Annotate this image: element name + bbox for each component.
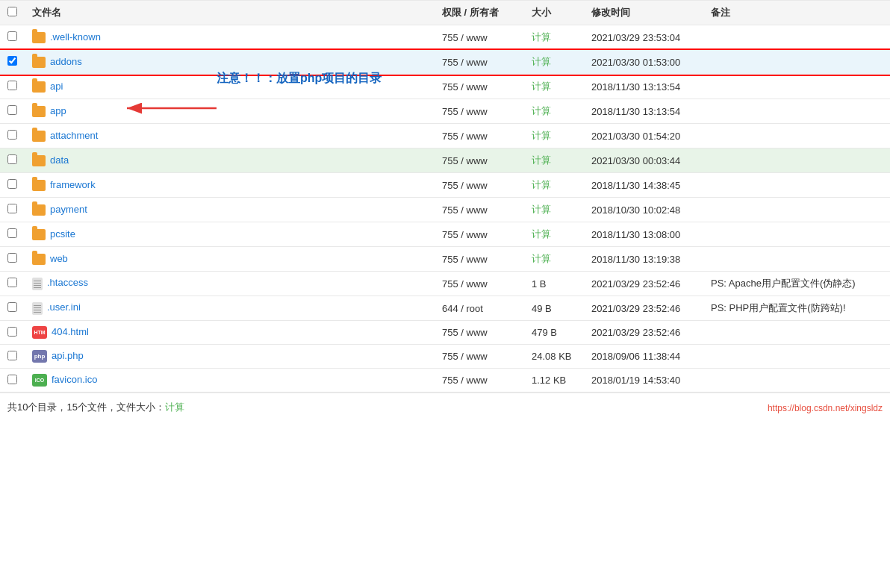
calc-link[interactable]: 计算 (532, 204, 551, 215)
php-icon: php (32, 350, 47, 363)
row-checkbox-cell (0, 25, 25, 50)
header-note: 备注 (703, 1, 890, 25)
header-size: 大小 (524, 1, 584, 25)
calc-link[interactable]: 计算 (532, 130, 551, 141)
calc-link[interactable]: 计算 (532, 228, 551, 240)
row-size-cell: 1.12 KB (524, 369, 584, 392)
row-checkbox[interactable] (7, 31, 17, 41)
csdn-link-text: https://blog.csdn.net/xingsldz (768, 403, 883, 413)
row-name-cell: payment (25, 198, 435, 222)
row-checkbox[interactable] (7, 278, 17, 287)
row-checkbox[interactable] (7, 375, 17, 384)
row-checkbox[interactable] (7, 302, 17, 312)
row-checkbox-cell (0, 369, 25, 392)
folder-icon (32, 131, 46, 142)
row-perm-cell: 755 / www (435, 321, 524, 345)
row-name-cell: app (25, 99, 435, 124)
row-time-cell: 2018/01/19 14:53:40 (584, 369, 703, 392)
row-checkbox-cell (0, 173, 25, 198)
calc-link[interactable]: 计算 (532, 253, 551, 264)
file-name-link[interactable]: attachment (50, 130, 98, 141)
footer-text: 共10个目录，15个文件，文件大小： (7, 401, 165, 413)
row-checkbox[interactable] (7, 81, 17, 90)
calc-link[interactable]: 计算 (532, 105, 551, 116)
row-checkbox[interactable] (7, 130, 17, 140)
calc-link[interactable]: 计算 (532, 179, 551, 190)
row-note-cell (703, 50, 890, 75)
row-checkbox-cell (0, 272, 25, 296)
file-table: 文件名 权限 / 所有者 大小 修改时间 备注 .well-known755 /… (0, 0, 890, 392)
file-name-link[interactable]: web (50, 253, 68, 264)
row-size-cell: 计算 (524, 247, 584, 272)
row-perm-cell: 644 / root (435, 296, 524, 321)
file-name-link[interactable]: 404.html (52, 326, 89, 337)
file-name-link[interactable]: api.php (52, 350, 84, 361)
file-name-link[interactable]: pcsite (50, 228, 75, 240)
table-row: ICOfavicon.ico755 / www1.12 KB2018/01/19… (0, 369, 890, 392)
row-checkbox-cell (0, 148, 25, 173)
folder-icon (32, 155, 46, 166)
row-note-cell: PS: PHP用户配置文件(防跨站)! (703, 296, 890, 321)
folder-icon (32, 106, 46, 117)
footer-summary: 共10个目录，15个文件，文件大小：计算 (7, 401, 184, 414)
row-checkbox[interactable] (7, 179, 17, 189)
select-all-checkbox[interactable] (7, 7, 17, 16)
header-name: 文件名 (25, 1, 435, 25)
row-checkbox[interactable] (7, 204, 17, 213)
file-name-link[interactable]: .well-known (50, 31, 101, 43)
row-time-cell: 2021/03/29 23:52:46 (584, 296, 703, 321)
doc-icon (32, 302, 43, 315)
row-checkbox[interactable] (7, 228, 17, 238)
row-time-cell: 2021/03/29 23:52:46 (584, 272, 703, 296)
calc-link[interactable]: 计算 (532, 154, 551, 166)
file-name-link[interactable]: payment (50, 204, 87, 215)
row-size-cell: 计算 (524, 75, 584, 99)
row-checkbox[interactable] (7, 105, 17, 115)
row-checkbox[interactable] (7, 351, 17, 360)
row-note-cell (703, 247, 890, 272)
footer-csdn: https://blog.csdn.net/xingsldz (768, 402, 883, 413)
row-name-cell: .user.ini (25, 296, 435, 321)
row-time-cell: 2018/11/30 13:08:00 (584, 222, 703, 247)
row-size-cell: 计算 (524, 148, 584, 173)
row-note-cell (703, 148, 890, 173)
row-time-cell: 2021/03/30 01:54:20 (584, 124, 703, 148)
row-checkbox[interactable] (7, 327, 17, 337)
row-perm-cell: 755 / www (435, 99, 524, 124)
calc-link[interactable]: 计算 (532, 81, 551, 92)
row-size-cell: 计算 (524, 25, 584, 50)
file-name-link[interactable]: app (50, 105, 66, 116)
row-perm-cell: 755 / www (435, 222, 524, 247)
header-time: 修改时间 (584, 1, 703, 25)
row-size-cell: 1 B (524, 272, 584, 296)
row-note-cell (703, 75, 890, 99)
row-checkbox-cell (0, 50, 25, 75)
row-time-cell: 2018/11/30 13:13:54 (584, 75, 703, 99)
folder-icon (32, 204, 46, 216)
row-checkbox[interactable] (7, 56, 17, 66)
calc-link[interactable]: 计算 (532, 56, 551, 67)
row-size-cell: 计算 (524, 173, 584, 198)
file-name-link[interactable]: .htaccess (47, 277, 88, 288)
row-checkbox[interactable] (7, 253, 17, 263)
table-row: .user.ini644 / root49 B2021/03/29 23:52:… (0, 296, 890, 321)
file-name-link[interactable]: api (50, 81, 63, 92)
file-name-link[interactable]: favicon.ico (52, 374, 97, 385)
folder-icon (32, 180, 46, 191)
folder-icon (32, 57, 46, 68)
footer-calc-link[interactable]: 计算 (165, 401, 184, 413)
row-perm-cell: 755 / www (435, 75, 524, 99)
table-row: app755 / www计算2018/11/30 13:13:54 (0, 99, 890, 124)
table-row: framework755 / www计算2018/11/30 14:38:45 (0, 173, 890, 198)
row-checkbox[interactable] (7, 154, 17, 164)
row-name-cell: phpapi.php (25, 345, 435, 369)
row-checkbox-cell (0, 99, 25, 124)
row-checkbox-cell (0, 321, 25, 345)
file-name-link[interactable]: addons (50, 56, 82, 67)
table-row: pcsite755 / www计算2018/11/30 13:08:00 (0, 222, 890, 247)
folder-icon (32, 254, 46, 265)
file-name-link[interactable]: data (50, 154, 69, 166)
file-name-link[interactable]: .user.ini (47, 301, 81, 313)
file-name-link[interactable]: framework (50, 179, 96, 190)
calc-link[interactable]: 计算 (532, 31, 551, 43)
